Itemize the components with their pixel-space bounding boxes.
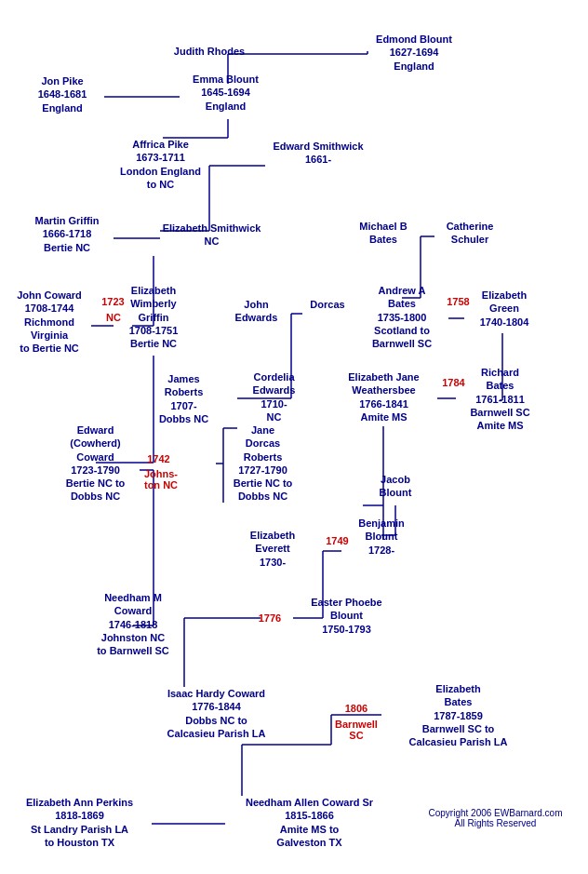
elizabeth_bates: Elizabeth Bates 1787-1859 Barnwell SC to… [405,682,512,748]
needham_allen_coward: Needham Allen Coward Sr 1815-1866 Amite … [223,796,395,849]
dorcas: Dorcas [300,298,355,311]
page-title [0,5,588,12]
edmond_blount: Edmond Blount 1627-1694 England [363,33,465,73]
cordelia_edwards: Cordelia Edwards 1710- NC [234,370,314,424]
year_1742: 1742 [138,453,180,464]
year_1758: 1758 [442,296,474,307]
chart-container: Judith RhodesEdmond Blount 1627-1694 Eng… [0,0,588,874]
barnwell_sc: Barnwell SC [333,719,380,741]
jon_pike: Jon Pike 1648-1681 England [20,74,104,114]
elizabeth_everett: Elizabeth Everett 1730- [231,529,314,569]
year_1749: 1749 [321,535,354,546]
elizabeth_jane_w: Elizabeth Jane Weathersbee 1766-1841 Ami… [330,370,437,424]
year_1776: 1776 [251,612,288,624]
judith_rhodes: Judith Rhodes [163,45,256,58]
johnston_nc: Johns- ton NC [138,468,184,491]
easter_phoebe_blount: Easter Phoebe Blount 1750-1793 [293,596,400,636]
nc_label: NC [100,312,127,323]
jane_dorcas_roberts: Jane Dorcas Roberts 1727-1790 Bertie NC … [214,424,312,504]
emma_blount: Emma Blount 1645-1694 England [177,73,274,113]
richard_bates: Richard Bates 1761-1811 Barnwell SC Amit… [456,366,544,432]
andrew_bates: Andrew A Bates 1735-1800 Scotland to Bar… [355,284,448,350]
elizabeth_ann_perkins: Elizabeth Ann Perkins 1818-1869 St Landr… [7,796,152,849]
isaac_hardy_coward: Isaac Hardy Coward 1776-1844 Dobbs NC to… [144,687,288,740]
needham_m_coward: Needham M Coward 1746-1818 Johnston NC t… [82,591,184,657]
year_1723: 1723 [97,296,129,307]
james_roberts: James Roberts 1707- Dobbs NC [144,372,223,425]
martin_griffin: Martin Griffin 1666-1718 Bertie NC [20,214,114,254]
year_1806: 1806 [333,703,380,714]
catherine_schuler: Catherine Schuler [433,220,507,247]
affrica_pike: Affrica Pike 1673-1711 London England to… [112,138,209,191]
jacob_blount: Jacob Blount [363,473,428,500]
elizabeth_smithwick: Elizabeth Smithwick NC [158,222,265,249]
michael_bates: Michael B Bates [346,220,421,247]
edward_smithwick: Edward Smithwick 1661- [262,140,374,167]
edward_coward: Edward (Cowherd) Coward 1723-1790 Bertie… [51,424,140,504]
copyright: Copyright 2006 EWBarnard.com All Rights … [409,808,581,828]
year_1784: 1784 [437,377,470,388]
elizabeth_green: Elizabeth Green 1740-1804 [462,289,546,329]
john_edwards: John Edwards [221,298,291,325]
john_coward: John Coward 1708-1744 Richmond Virginia … [7,289,91,355]
